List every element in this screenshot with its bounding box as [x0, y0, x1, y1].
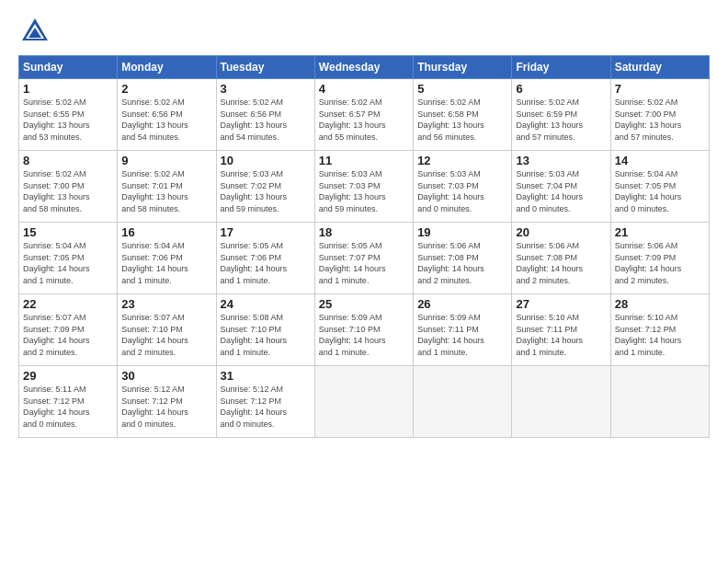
day-info: Sunrise: 5:09 AM Sunset: 7:11 PM Dayligh…	[417, 312, 507, 358]
day-number: 10	[221, 154, 311, 167]
day-number: 12	[417, 154, 507, 167]
week-row-5: 29Sunrise: 5:11 AM Sunset: 7:12 PM Dayli…	[19, 366, 710, 438]
day-number: 19	[417, 225, 507, 239]
day-info: Sunrise: 5:02 AM Sunset: 6:55 PM Dayligh…	[23, 97, 113, 143]
day-number: 29	[23, 369, 113, 383]
day-number: 24	[221, 297, 311, 311]
day-cell-19: 19Sunrise: 5:06 AM Sunset: 7:08 PM Dayli…	[414, 223, 512, 294]
day-cell-20: 20Sunrise: 5:06 AM Sunset: 7:08 PM Dayli…	[512, 223, 610, 294]
empty-cell	[314, 366, 413, 438]
day-number: 4	[319, 82, 409, 96]
day-cell-1: 1Sunrise: 5:02 AM Sunset: 6:55 PM Daylig…	[19, 79, 118, 151]
day-number: 11	[319, 154, 409, 167]
day-number: 14	[615, 154, 705, 167]
day-info: Sunrise: 5:05 AM Sunset: 7:06 PM Dayligh…	[221, 240, 311, 286]
day-cell-7: 7Sunrise: 5:02 AM Sunset: 7:00 PM Daylig…	[610, 79, 709, 151]
day-cell-22: 22Sunrise: 5:07 AM Sunset: 7:09 PM Dayli…	[19, 294, 118, 366]
day-info: Sunrise: 5:10 AM Sunset: 7:11 PM Dayligh…	[516, 312, 606, 358]
day-info: Sunrise: 5:03 AM Sunset: 7:04 PM Dayligh…	[516, 168, 606, 214]
day-cell-12: 12Sunrise: 5:03 AM Sunset: 7:03 PM Dayli…	[414, 151, 512, 223]
week-row-1: 1Sunrise: 5:02 AM Sunset: 6:55 PM Daylig…	[19, 79, 710, 151]
day-cell-23: 23Sunrise: 5:07 AM Sunset: 7:10 PM Dayli…	[118, 294, 216, 366]
day-info: Sunrise: 5:02 AM Sunset: 6:58 PM Dayligh…	[417, 97, 507, 143]
empty-cell	[512, 366, 610, 438]
empty-cell	[414, 366, 512, 438]
day-info: Sunrise: 5:04 AM Sunset: 7:06 PM Dayligh…	[121, 240, 211, 286]
day-info: Sunrise: 5:07 AM Sunset: 7:09 PM Dayligh…	[23, 312, 113, 358]
day-number: 25	[319, 297, 409, 311]
day-info: Sunrise: 5:09 AM Sunset: 7:10 PM Dayligh…	[319, 312, 409, 358]
day-number: 7	[615, 82, 705, 96]
day-cell-24: 24Sunrise: 5:08 AM Sunset: 7:10 PM Dayli…	[216, 294, 314, 366]
day-cell-13: 13Sunrise: 5:03 AM Sunset: 7:04 PM Dayli…	[512, 151, 610, 223]
day-cell-16: 16Sunrise: 5:04 AM Sunset: 7:06 PM Dayli…	[118, 223, 216, 294]
day-info: Sunrise: 5:04 AM Sunset: 7:05 PM Dayligh…	[23, 240, 113, 286]
header	[18, 15, 710, 48]
weekday-monday: Monday	[118, 56, 216, 79]
day-info: Sunrise: 5:05 AM Sunset: 7:07 PM Dayligh…	[319, 240, 409, 286]
day-cell-3: 3Sunrise: 5:02 AM Sunset: 6:56 PM Daylig…	[216, 79, 314, 151]
day-cell-29: 29Sunrise: 5:11 AM Sunset: 7:12 PM Dayli…	[19, 366, 118, 438]
day-info: Sunrise: 5:03 AM Sunset: 7:03 PM Dayligh…	[417, 168, 507, 214]
day-number: 16	[121, 225, 211, 239]
day-info: Sunrise: 5:03 AM Sunset: 7:03 PM Dayligh…	[319, 168, 409, 214]
day-number: 2	[121, 82, 211, 96]
day-info: Sunrise: 5:06 AM Sunset: 7:08 PM Dayligh…	[417, 240, 507, 286]
day-info: Sunrise: 5:11 AM Sunset: 7:12 PM Dayligh…	[23, 384, 113, 430]
day-cell-10: 10Sunrise: 5:03 AM Sunset: 7:02 PM Dayli…	[216, 151, 314, 223]
day-info: Sunrise: 5:02 AM Sunset: 7:00 PM Dayligh…	[23, 168, 113, 214]
weekday-header-row: SundayMondayTuesdayWednesdayThursdayFrid…	[19, 56, 710, 79]
calendar-table: SundayMondayTuesdayWednesdayThursdayFrid…	[18, 55, 710, 438]
day-info: Sunrise: 5:06 AM Sunset: 7:09 PM Dayligh…	[615, 240, 705, 286]
day-number: 5	[417, 82, 507, 96]
day-info: Sunrise: 5:02 AM Sunset: 6:56 PM Dayligh…	[221, 97, 311, 143]
day-info: Sunrise: 5:04 AM Sunset: 7:05 PM Dayligh…	[615, 168, 705, 214]
week-row-2: 8Sunrise: 5:02 AM Sunset: 7:00 PM Daylig…	[19, 151, 710, 223]
day-cell-26: 26Sunrise: 5:09 AM Sunset: 7:11 PM Dayli…	[414, 294, 512, 366]
day-number: 6	[516, 82, 606, 96]
day-number: 23	[121, 297, 211, 311]
day-cell-21: 21Sunrise: 5:06 AM Sunset: 7:09 PM Dayli…	[610, 223, 709, 294]
day-number: 18	[319, 225, 409, 239]
empty-cell	[610, 366, 709, 438]
day-number: 15	[23, 225, 113, 239]
day-cell-9: 9Sunrise: 5:02 AM Sunset: 7:01 PM Daylig…	[118, 151, 216, 223]
day-number: 20	[516, 225, 606, 239]
day-cell-15: 15Sunrise: 5:04 AM Sunset: 7:05 PM Dayli…	[19, 223, 118, 294]
day-cell-28: 28Sunrise: 5:10 AM Sunset: 7:12 PM Dayli…	[610, 294, 709, 366]
day-cell-5: 5Sunrise: 5:02 AM Sunset: 6:58 PM Daylig…	[414, 79, 512, 151]
day-cell-18: 18Sunrise: 5:05 AM Sunset: 7:07 PM Dayli…	[314, 223, 413, 294]
weekday-friday: Friday	[512, 56, 610, 79]
day-cell-4: 4Sunrise: 5:02 AM Sunset: 6:57 PM Daylig…	[314, 79, 413, 151]
day-info: Sunrise: 5:10 AM Sunset: 7:12 PM Dayligh…	[615, 312, 705, 358]
day-number: 13	[516, 154, 606, 167]
weekday-thursday: Thursday	[414, 56, 512, 79]
day-cell-17: 17Sunrise: 5:05 AM Sunset: 7:06 PM Dayli…	[216, 223, 314, 294]
day-info: Sunrise: 5:06 AM Sunset: 7:08 PM Dayligh…	[516, 240, 606, 286]
logo-icon	[18, 15, 51, 48]
week-row-3: 15Sunrise: 5:04 AM Sunset: 7:05 PM Dayli…	[19, 223, 710, 294]
day-number: 1	[23, 82, 113, 96]
day-info: Sunrise: 5:02 AM Sunset: 6:57 PM Dayligh…	[319, 97, 409, 143]
day-info: Sunrise: 5:02 AM Sunset: 6:56 PM Dayligh…	[121, 97, 211, 143]
weekday-sunday: Sunday	[19, 56, 118, 79]
day-cell-11: 11Sunrise: 5:03 AM Sunset: 7:03 PM Dayli…	[314, 151, 413, 223]
day-info: Sunrise: 5:02 AM Sunset: 6:59 PM Dayligh…	[516, 97, 606, 143]
day-number: 28	[615, 297, 705, 311]
day-cell-6: 6Sunrise: 5:02 AM Sunset: 6:59 PM Daylig…	[512, 79, 610, 151]
day-cell-8: 8Sunrise: 5:02 AM Sunset: 7:00 PM Daylig…	[19, 151, 118, 223]
day-info: Sunrise: 5:03 AM Sunset: 7:02 PM Dayligh…	[221, 168, 311, 214]
day-number: 27	[516, 297, 606, 311]
day-info: Sunrise: 5:07 AM Sunset: 7:10 PM Dayligh…	[121, 312, 211, 358]
day-cell-31: 31Sunrise: 5:12 AM Sunset: 7:12 PM Dayli…	[216, 366, 314, 438]
day-info: Sunrise: 5:02 AM Sunset: 7:00 PM Dayligh…	[615, 97, 705, 143]
day-number: 22	[23, 297, 113, 311]
day-cell-27: 27Sunrise: 5:10 AM Sunset: 7:11 PM Dayli…	[512, 294, 610, 366]
day-number: 26	[417, 297, 507, 311]
logo	[18, 15, 53, 48]
day-number: 30	[121, 369, 211, 383]
day-info: Sunrise: 5:08 AM Sunset: 7:10 PM Dayligh…	[221, 312, 311, 358]
day-number: 8	[23, 154, 113, 167]
day-number: 31	[221, 369, 311, 383]
day-cell-14: 14Sunrise: 5:04 AM Sunset: 7:05 PM Dayli…	[610, 151, 709, 223]
